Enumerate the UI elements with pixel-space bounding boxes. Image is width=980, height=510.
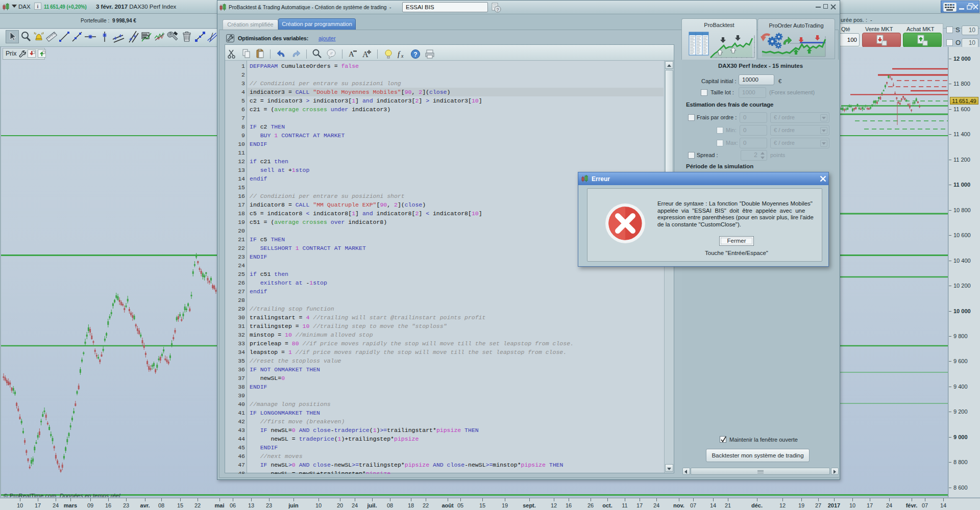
svg-text:x: x: [401, 53, 404, 59]
svg-text://: //: [330, 51, 333, 56]
svg-text:A: A: [362, 50, 369, 59]
svg-text:?: ?: [413, 51, 417, 58]
svg-text:f: f: [398, 50, 401, 58]
